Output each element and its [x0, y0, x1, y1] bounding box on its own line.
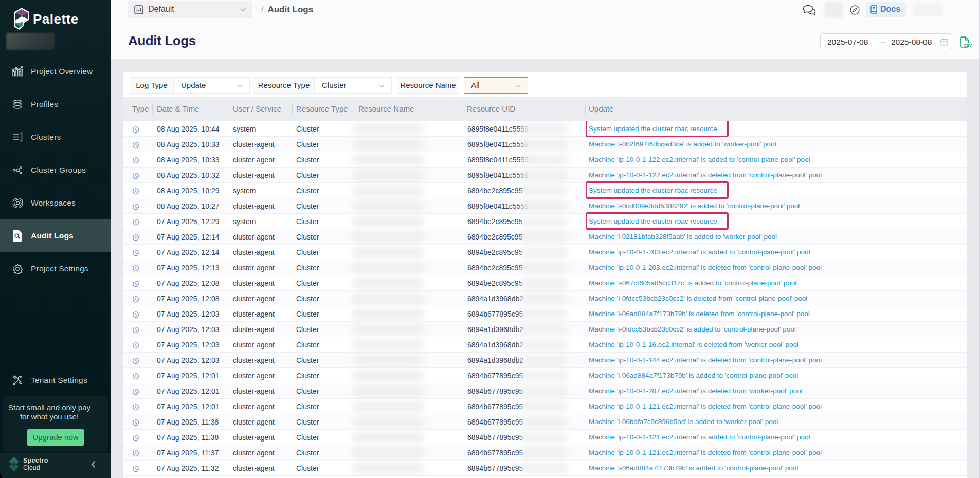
svg-text:CSV: CSV [964, 43, 972, 48]
